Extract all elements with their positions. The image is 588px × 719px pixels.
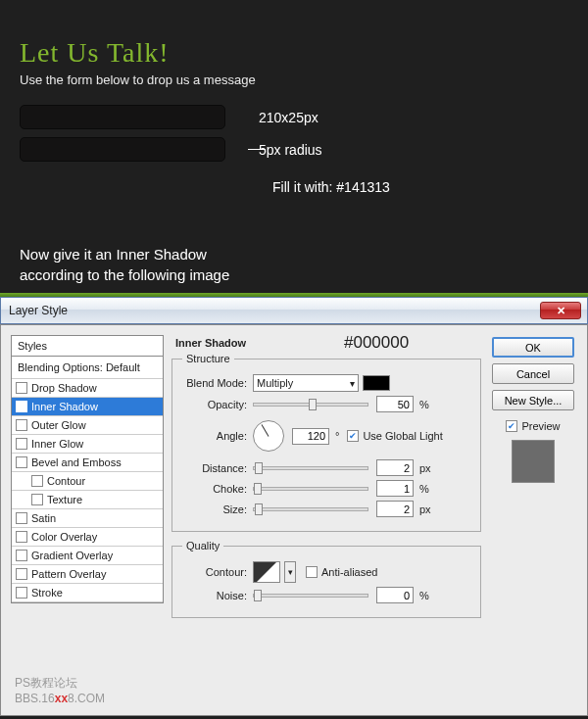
- quality-fieldset: Quality Contour: ▾ Anti-aliased Noise: %: [172, 540, 481, 618]
- px-unit: px: [419, 503, 431, 515]
- dimension-label: 210x25px: [259, 110, 318, 125]
- global-light-checkbox[interactable]: [347, 430, 359, 442]
- texture-item[interactable]: Texture: [12, 491, 163, 509]
- choke-slider[interactable]: [253, 487, 368, 491]
- checkbox-icon[interactable]: [31, 494, 43, 505]
- preview-label: Preview: [521, 420, 560, 432]
- degree-unit: °: [335, 430, 339, 442]
- blend-mode-label: Blend Mode:: [182, 377, 253, 389]
- color-swatch[interactable]: [363, 375, 390, 391]
- checkbox-icon[interactable]: [16, 419, 27, 431]
- distance-label: Distance:: [182, 462, 253, 474]
- angle-input[interactable]: [292, 428, 329, 445]
- checkbox-icon[interactable]: [16, 512, 27, 524]
- settings-panel: Inner Shadow #000000 Structure Blend Mod…: [164, 335, 489, 686]
- structure-fieldset: Structure Blend Mode: Multiply Opacity: …: [172, 353, 481, 532]
- contour-item[interactable]: Contour: [12, 472, 163, 491]
- opacity-label: Opacity:: [182, 399, 253, 410]
- distance-slider[interactable]: [253, 466, 368, 470]
- preview-swatch: [512, 440, 555, 483]
- fill-label: Fill it with: #141313: [53, 179, 568, 195]
- checkbox-icon[interactable]: [31, 475, 43, 487]
- checkbox-icon[interactable]: [16, 382, 27, 394]
- outer-glow-item[interactable]: Outer Glow: [12, 416, 163, 435]
- callout-line: [248, 149, 266, 150]
- percent-unit: %: [419, 483, 429, 495]
- preview-checkbox[interactable]: [506, 420, 517, 432]
- inner-glow-item[interactable]: Inner Glow: [12, 435, 163, 454]
- blending-options-item[interactable]: Blending Options: Default: [12, 357, 163, 379]
- checkbox-icon[interactable]: [16, 587, 27, 599]
- drop-shadow-item[interactable]: Drop Shadow: [12, 379, 163, 398]
- quality-legend: Quality: [182, 540, 223, 551]
- checkbox-icon[interactable]: [16, 550, 27, 561]
- choke-input[interactable]: [376, 480, 414, 497]
- percent-unit: %: [419, 590, 429, 601]
- close-button[interactable]: ✕: [540, 302, 581, 319]
- opacity-input[interactable]: [376, 396, 414, 412]
- global-light-label: Use Global Light: [363, 430, 442, 442]
- styles-column: Styles Blending Options: Default Drop Sh…: [11, 335, 164, 686]
- checkbox-icon[interactable]: [16, 401, 27, 412]
- satin-item[interactable]: Satin: [12, 509, 163, 528]
- demo-input-1: [20, 105, 225, 129]
- checkbox-icon[interactable]: [16, 438, 27, 450]
- contour-dropdown[interactable]: ▾: [284, 561, 296, 583]
- opacity-slider[interactable]: [253, 403, 368, 407]
- anti-aliased-checkbox[interactable]: [306, 566, 318, 578]
- anti-aliased-label: Anti-aliased: [321, 566, 377, 578]
- instruction-text: Now give it an Inner Shadow according to…: [20, 244, 588, 285]
- stroke-item[interactable]: Stroke: [12, 584, 163, 602]
- angle-label: Angle:: [182, 430, 253, 442]
- structure-legend: Structure: [182, 353, 234, 364]
- ok-button[interactable]: OK: [492, 337, 574, 358]
- noise-label: Noise:: [182, 590, 253, 601]
- titlebar: Layer Style ✕: [0, 297, 588, 324]
- noise-input[interactable]: [376, 587, 414, 603]
- percent-unit: %: [419, 399, 429, 410]
- size-slider[interactable]: [253, 507, 368, 511]
- new-style-button[interactable]: New Style...: [492, 390, 574, 410]
- noise-slider[interactable]: [253, 594, 368, 598]
- styles-header[interactable]: Styles: [11, 335, 164, 357]
- page-heading: Let Us Talk!: [20, 37, 568, 69]
- checkbox-icon[interactable]: [16, 531, 27, 543]
- layer-style-dialog: Layer Style ✕ Styles Blending Options: D…: [0, 297, 588, 716]
- distance-input[interactable]: [376, 459, 414, 476]
- px-unit: px: [419, 462, 431, 474]
- contour-label: Contour:: [182, 566, 253, 578]
- checkbox-icon[interactable]: [16, 568, 27, 580]
- demo-input-2: [20, 137, 225, 162]
- buttons-column: OK Cancel New Style... Preview: [489, 335, 577, 686]
- gradient-overlay-item[interactable]: Gradient Overlay: [12, 547, 163, 565]
- radius-label: 5px radius: [259, 142, 322, 158]
- color-overlay-item[interactable]: Color Overlay: [12, 528, 163, 547]
- panel-title: Inner Shadow: [175, 337, 481, 349]
- size-input[interactable]: [376, 501, 414, 517]
- contour-picker[interactable]: [253, 561, 280, 583]
- hex-annotation: #000000: [344, 333, 409, 353]
- blend-mode-select[interactable]: Multiply: [253, 374, 359, 392]
- size-label: Size:: [182, 503, 253, 515]
- checkbox-icon[interactable]: [16, 456, 27, 468]
- pattern-overlay-item[interactable]: Pattern Overlay: [12, 565, 163, 584]
- dialog-title: Layer Style: [1, 304, 540, 317]
- inner-shadow-item[interactable]: Inner Shadow: [12, 398, 163, 416]
- bevel-emboss-item[interactable]: Bevel and Emboss: [12, 454, 163, 472]
- cancel-button[interactable]: Cancel: [492, 363, 574, 384]
- angle-dial[interactable]: [253, 420, 284, 452]
- choke-label: Choke:: [182, 483, 253, 495]
- watermark: PS教程论坛 BBS.16xx8.COM: [15, 675, 105, 705]
- page-subheading: Use the form below to drop us a message: [20, 72, 568, 87]
